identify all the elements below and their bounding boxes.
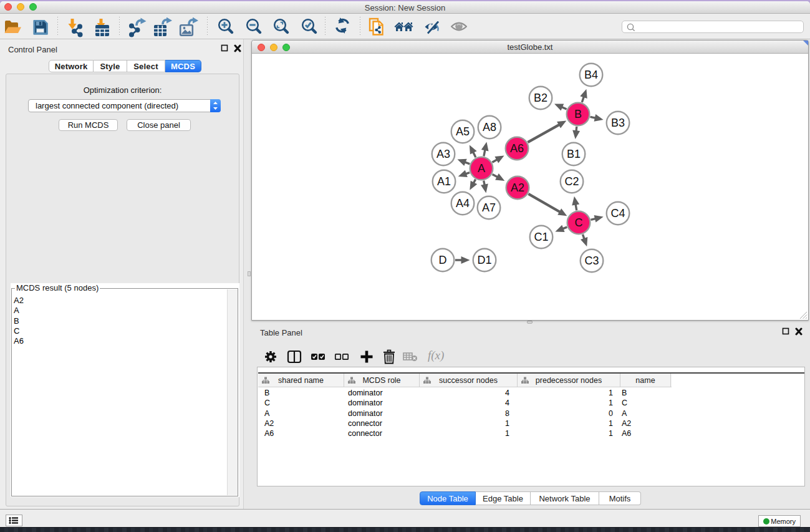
svg-text:A2: A2: [511, 181, 524, 194]
svg-text:A3: A3: [436, 148, 450, 160]
svg-text:C1: C1: [534, 231, 548, 243]
svg-text:A4: A4: [456, 197, 470, 210]
svg-text:D1: D1: [477, 254, 491, 266]
svg-text:C: C: [575, 216, 583, 229]
svg-text:C3: C3: [584, 254, 599, 267]
svg-text:A7: A7: [482, 201, 496, 214]
svg-text:C2: C2: [564, 175, 579, 188]
svg-text:A6: A6: [510, 142, 524, 155]
svg-text:B4: B4: [584, 69, 598, 81]
svg-text:A1: A1: [437, 175, 451, 188]
svg-text:C4: C4: [610, 207, 625, 220]
svg-text:A: A: [478, 162, 485, 175]
svg-text:B3: B3: [611, 117, 625, 129]
svg-text:A8: A8: [483, 121, 496, 133]
svg-text:D: D: [439, 254, 447, 266]
svg-text:B2: B2: [534, 92, 547, 104]
svg-text:A5: A5: [456, 125, 470, 138]
svg-text:B1: B1: [567, 148, 581, 160]
svg-text:B: B: [574, 108, 582, 120]
